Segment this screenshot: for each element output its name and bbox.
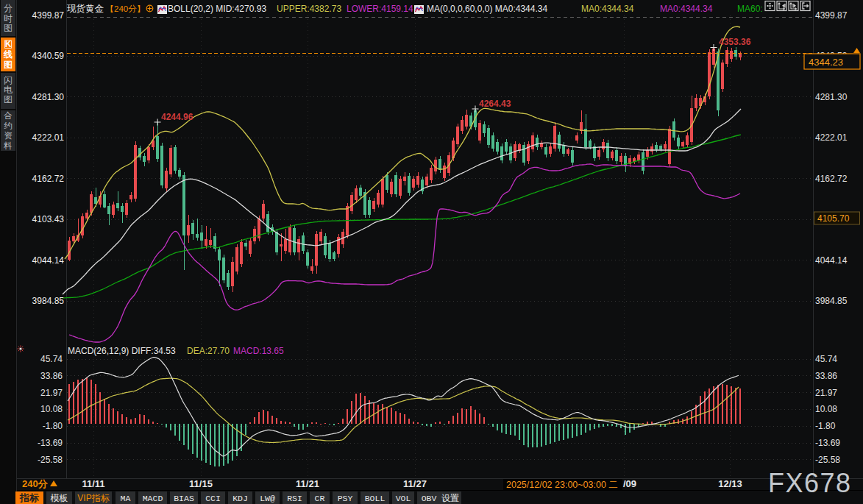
svg-text:45.74: 45.74 — [40, 354, 63, 364]
svg-text:11/11: 11/11 — [82, 478, 104, 489]
svg-text:21.97: 21.97 — [40, 388, 63, 398]
svg-text:4399.87: 4399.87 — [32, 10, 65, 21]
svg-text:-1.80: -1.80 — [43, 421, 63, 431]
svg-text:4044.14: 4044.14 — [815, 255, 848, 266]
svg-text:-1.80: -1.80 — [815, 421, 836, 431]
svg-text:MA: MA — [121, 494, 131, 503]
svg-text:图: 图 — [4, 94, 13, 104]
svg-text:指标: 指标 — [19, 492, 39, 503]
svg-text:4281.30: 4281.30 — [32, 92, 65, 102]
svg-text:闪: 闪 — [4, 75, 13, 85]
svg-text:-13.69: -13.69 — [38, 438, 63, 448]
svg-text:4162.72: 4162.72 — [32, 174, 65, 184]
svg-text:现货黄金: 现货黄金 — [67, 4, 104, 14]
svg-text:4340.59: 4340.59 — [32, 51, 65, 61]
svg-text:240分: 240分 — [22, 478, 49, 489]
svg-text:VOL: VOL — [396, 494, 411, 503]
svg-text:MA0:4344.34: MA0:4344.34 — [660, 4, 713, 14]
svg-text:图: 图 — [4, 23, 13, 33]
svg-text:3984.85: 3984.85 — [32, 296, 65, 306]
svg-text:4353.36: 4353.36 — [719, 37, 751, 47]
svg-text:4162.72: 4162.72 — [815, 174, 848, 184]
svg-text:设置: 设置 — [441, 493, 459, 503]
svg-text:10.08: 10.08 — [40, 404, 63, 414]
svg-text:11/27: 11/27 — [403, 478, 427, 489]
svg-text:RSI: RSI — [287, 494, 302, 503]
svg-text:12/13: 12/13 — [718, 478, 742, 489]
svg-text:PSY: PSY — [338, 494, 353, 503]
svg-text:MACD: MACD — [143, 494, 163, 503]
svg-text:MA(0,0,0,60,0,0) MA0:4344.34: MA(0,0,0,60,0,0) MA0:4344.34 — [427, 4, 547, 14]
svg-text:4281.30: 4281.30 — [815, 92, 848, 102]
svg-text:-25.58: -25.58 — [38, 455, 63, 465]
svg-text:4399.87: 4399.87 — [815, 10, 848, 21]
svg-text:MA0:4344.34: MA0:4344.34 — [581, 4, 634, 14]
svg-text:约: 约 — [4, 121, 13, 130]
svg-text:VIP指标: VIP指标 — [77, 493, 110, 503]
svg-text:DEA:27.70: DEA:27.70 — [187, 346, 230, 356]
svg-text:模板: 模板 — [51, 493, 68, 503]
svg-text:UPPER:4382.73: UPPER:4382.73 — [277, 4, 341, 14]
svg-text:MACD:13.65: MACD:13.65 — [233, 346, 284, 356]
svg-text:电: 电 — [4, 85, 13, 95]
svg-text:BOLL(20,2) MID:4270.93: BOLL(20,2) MID:4270.93 — [168, 4, 266, 14]
svg-text:BOLL: BOLL — [365, 494, 386, 503]
svg-text:4222.01: 4222.01 — [32, 132, 65, 143]
svg-text:4103.43: 4103.43 — [32, 214, 65, 224]
svg-text:2025/12/02 23:00~03:00 二: 2025/12/02 23:00~03:00 二 — [506, 480, 618, 490]
svg-text:/09: /09 — [623, 478, 636, 489]
svg-text:11/15: 11/15 — [189, 478, 213, 489]
svg-text:45.74: 45.74 — [815, 354, 837, 364]
svg-text:11/21: 11/21 — [296, 478, 319, 489]
svg-text:FX678: FX678 — [768, 468, 852, 498]
svg-text:【240分】: 【240分】 — [106, 4, 146, 13]
svg-text:4044.14: 4044.14 — [32, 255, 65, 266]
svg-text:OBV: OBV — [422, 494, 437, 503]
svg-text:10.08: 10.08 — [815, 404, 837, 414]
svg-text:CCI: CCI — [205, 494, 221, 503]
svg-text:LOWER:4159.14: LOWER:4159.14 — [347, 4, 413, 14]
svg-text:合: 合 — [4, 111, 13, 120]
svg-text:LW@: LW@ — [260, 494, 275, 503]
svg-text:4344.23: 4344.23 — [809, 57, 843, 68]
svg-text:33.86: 33.86 — [40, 371, 63, 381]
svg-text:4244.96: 4244.96 — [161, 112, 193, 122]
svg-text:4105.70: 4105.70 — [817, 213, 850, 224]
svg-text:MACD(26,12,9) DIFF:34.53: MACD(26,12,9) DIFF:34.53 — [68, 346, 176, 356]
svg-text:时: 时 — [4, 13, 13, 24]
svg-text:BIAS: BIAS — [174, 494, 194, 503]
svg-text:4222.01: 4222.01 — [815, 132, 848, 143]
svg-text:-25.58: -25.58 — [815, 455, 840, 465]
svg-text:CR: CR — [315, 494, 325, 503]
svg-text:图: 图 — [4, 60, 13, 70]
svg-text:-13.69: -13.69 — [815, 438, 840, 448]
svg-text:33.86: 33.86 — [815, 371, 837, 381]
svg-text:21.97: 21.97 — [815, 388, 837, 398]
svg-text:资: 资 — [4, 131, 13, 140]
svg-text:4264.43: 4264.43 — [479, 99, 511, 109]
svg-text:KDJ: KDJ — [232, 494, 248, 503]
svg-text:料: 料 — [3, 141, 13, 150]
svg-text:线: 线 — [3, 49, 13, 60]
svg-text:分: 分 — [4, 3, 13, 13]
svg-text:3984.85: 3984.85 — [815, 296, 848, 306]
